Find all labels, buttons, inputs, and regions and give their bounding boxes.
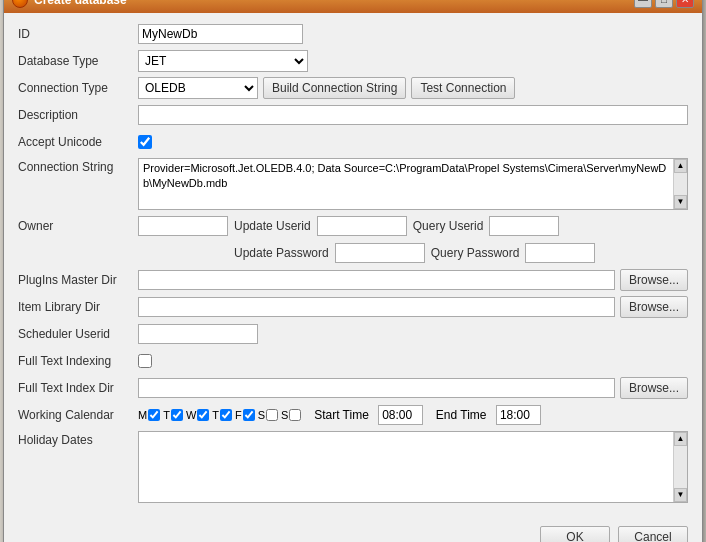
query-password-label: Query Password: [431, 246, 520, 260]
full-text-index-dir-row: Full Text Index Dir Browse...: [18, 377, 688, 399]
minimize-button[interactable]: —: [634, 0, 652, 8]
maximize-button[interactable]: □: [655, 0, 673, 8]
cal-s1-label: S: [258, 409, 265, 421]
holiday-scroll-track: [674, 446, 687, 488]
connection-string-text[interactable]: Provider=Microsoft.Jet.OLEDB.4.0; Data S…: [139, 159, 673, 209]
conn-type-field-area: OLEDB ODBC Build Connection String Test …: [138, 77, 688, 99]
holiday-scrollbar: ▲ ▼: [673, 432, 687, 502]
connection-string-row: Connection String Provider=Microsoft.Jet…: [18, 158, 688, 210]
cal-s1-checkbox[interactable]: [266, 409, 278, 421]
update-userid-label: Update Userid: [234, 219, 311, 233]
connection-string-label: Connection String: [18, 158, 138, 174]
description-label: Description: [18, 108, 138, 122]
full-text-indexing-field-area: [138, 354, 688, 368]
calendar-days-row: M T W T: [138, 405, 541, 425]
owner-field-area: Update Userid Query Userid: [138, 216, 688, 236]
accept-unicode-row: Accept Unicode: [18, 131, 688, 153]
item-library-dir-label: Item Library Dir: [18, 300, 138, 314]
scheduler-userid-input[interactable]: [138, 324, 258, 344]
holiday-dates-label: Holiday Dates: [18, 431, 138, 447]
cal-f-checkbox[interactable]: [243, 409, 255, 421]
update-userid-input[interactable]: [317, 216, 407, 236]
plugins-master-dir-field-area: Browse...: [138, 269, 688, 291]
title-controls: — □ ✕: [634, 0, 694, 8]
build-connection-string-button[interactable]: Build Connection String: [263, 77, 406, 99]
conn-type-row: Connection Type OLEDB ODBC Build Connect…: [18, 77, 688, 99]
db-type-field-area: JET MSSQL MySQL Oracle: [138, 50, 688, 72]
cal-m-label: M: [138, 409, 147, 421]
query-userid-input[interactable]: [489, 216, 559, 236]
item-library-browse-button[interactable]: Browse...: [620, 296, 688, 318]
description-field-area: [138, 105, 688, 125]
working-calendar-label: Working Calendar: [18, 408, 138, 422]
holiday-dates-wrapper: ▲ ▼: [138, 431, 688, 503]
db-type-label: Database Type: [18, 54, 138, 68]
ok-button[interactable]: OK: [540, 526, 610, 543]
cal-day-w: W: [186, 409, 209, 421]
scheduler-userid-row: Scheduler Userid: [18, 323, 688, 345]
form-content: ID Database Type JET MSSQL MySQL Oracle …: [4, 13, 702, 518]
accept-unicode-label: Accept Unicode: [18, 135, 138, 149]
close-button[interactable]: ✕: [676, 0, 694, 8]
window-title: Create database: [34, 0, 127, 7]
item-library-dir-input[interactable]: [138, 297, 615, 317]
full-text-index-dir-input[interactable]: [138, 378, 615, 398]
test-connection-button[interactable]: Test Connection: [411, 77, 515, 99]
cs-scroll-up[interactable]: ▲: [674, 159, 687, 173]
password-row: Update Password Query Password: [18, 242, 688, 264]
id-field-area: [138, 24, 688, 44]
query-password-input[interactable]: [525, 243, 595, 263]
cal-w-checkbox[interactable]: [197, 409, 209, 421]
holiday-dates-row: Holiday Dates ▲ ▼: [18, 431, 688, 503]
plugins-master-dir-row: PlugIns Master Dir Browse...: [18, 269, 688, 291]
end-time-label: End Time: [436, 408, 487, 422]
cal-m-checkbox[interactable]: [148, 409, 160, 421]
accept-unicode-checkbox[interactable]: [138, 135, 152, 149]
plugins-master-dir-input[interactable]: [138, 270, 615, 290]
owner-input[interactable]: [138, 216, 228, 236]
cal-day-t1: T: [163, 409, 183, 421]
owner-label: Owner: [18, 219, 138, 233]
conn-type-select[interactable]: OLEDB ODBC: [138, 77, 258, 99]
cancel-button[interactable]: Cancel: [618, 526, 688, 543]
plugins-master-dir-label: PlugIns Master Dir: [18, 273, 138, 287]
full-text-indexing-label: Full Text Indexing: [18, 354, 138, 368]
full-text-indexing-checkbox[interactable]: [138, 354, 152, 368]
update-password-label: Update Password: [234, 246, 329, 260]
holiday-scroll-down[interactable]: ▼: [674, 488, 687, 502]
cal-t2-label: T: [212, 409, 219, 421]
cal-day-s1: S: [258, 409, 278, 421]
full-text-browse-button[interactable]: Browse...: [620, 377, 688, 399]
db-type-row: Database Type JET MSSQL MySQL Oracle: [18, 50, 688, 72]
id-row: ID: [18, 23, 688, 45]
scheduler-userid-label: Scheduler Userid: [18, 327, 138, 341]
full-text-index-dir-field-area: Browse...: [138, 377, 688, 399]
connection-string-scrollbar: ▲ ▼: [673, 159, 687, 209]
id-input[interactable]: [138, 24, 303, 44]
main-window: Create database — □ ✕ ID Database Type J…: [3, 0, 703, 542]
scheduler-userid-field-area: [138, 324, 688, 344]
cal-t1-checkbox[interactable]: [171, 409, 183, 421]
cal-day-t2: T: [212, 409, 232, 421]
item-library-dir-row: Item Library Dir Browse...: [18, 296, 688, 318]
cs-scroll-down[interactable]: ▼: [674, 195, 687, 209]
working-calendar-row: Working Calendar M T W: [18, 404, 688, 426]
holiday-dates-text[interactable]: [139, 432, 673, 502]
start-time-input[interactable]: [378, 405, 423, 425]
cal-w-label: W: [186, 409, 196, 421]
description-input[interactable]: [138, 105, 688, 125]
title-bar: Create database — □ ✕: [4, 0, 702, 13]
cs-scroll-track: [674, 173, 687, 195]
cal-day-f: F: [235, 409, 255, 421]
holiday-scroll-up[interactable]: ▲: [674, 432, 687, 446]
plugins-browse-button[interactable]: Browse...: [620, 269, 688, 291]
cal-s2-checkbox[interactable]: [289, 409, 301, 421]
ok-label: OK: [566, 530, 583, 543]
password-field-area: Update Password Query Password: [138, 243, 688, 263]
cal-t1-label: T: [163, 409, 170, 421]
end-time-input[interactable]: [496, 405, 541, 425]
db-type-select[interactable]: JET MSSQL MySQL Oracle: [138, 50, 308, 72]
cal-day-s2: S: [281, 409, 301, 421]
cal-t2-checkbox[interactable]: [220, 409, 232, 421]
update-password-input[interactable]: [335, 243, 425, 263]
